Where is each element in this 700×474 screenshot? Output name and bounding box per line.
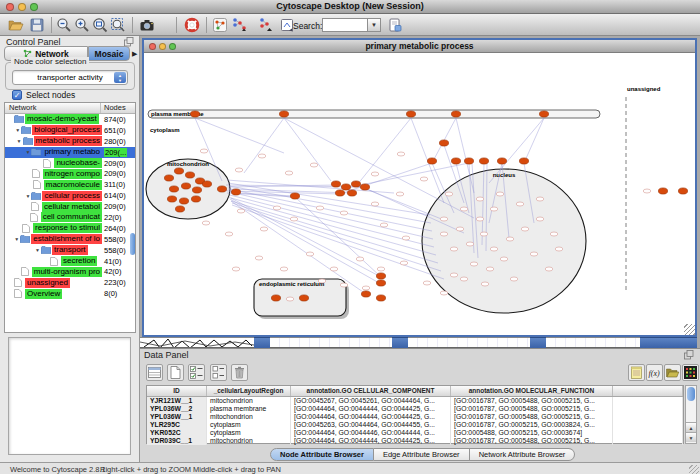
search-settings-icon[interactable] bbox=[387, 17, 403, 33]
table-column-header[interactable]: annotation.GO MOLECULAR_FUNCTION bbox=[451, 386, 613, 396]
graph-node[interactable] bbox=[181, 183, 190, 189]
table-row[interactable]: YKR052Ccytoplasm[GO:0044464, GO:0044446,… bbox=[147, 429, 683, 437]
graph-node[interactable] bbox=[175, 206, 184, 212]
graph-node[interactable] bbox=[539, 111, 548, 117]
help-lifering-icon[interactable] bbox=[184, 17, 200, 33]
background-window-fragment[interactable] bbox=[140, 337, 254, 348]
scroll-up-arrow-icon[interactable]: ▲ bbox=[686, 422, 696, 432]
compartment-plasma-membrane[interactable] bbox=[148, 110, 600, 118]
network-tree-row[interactable]: Overview8(0) bbox=[5, 288, 135, 299]
background-window-fragment[interactable] bbox=[270, 337, 392, 348]
network-tree-row[interactable]: cellular metabol209(0) bbox=[5, 201, 135, 212]
network-tree-row[interactable]: mosaic-demo-yeast874(0) bbox=[5, 114, 135, 125]
table-row[interactable]: YJR121W__1mitochondrion[GO:0045267, GO:0… bbox=[147, 397, 683, 405]
table-row[interactable]: YPL036W__2plasma membrane[GO:0044464, GO… bbox=[147, 405, 683, 413]
graph-node[interactable] bbox=[427, 158, 436, 164]
graph-node[interactable] bbox=[290, 193, 299, 199]
background-window-fragment[interactable] bbox=[546, 337, 640, 348]
graph-node[interactable] bbox=[497, 158, 506, 164]
node-color-dropdown[interactable]: transporter activity ▲▼ bbox=[12, 70, 128, 85]
background-window-fragment[interactable] bbox=[408, 337, 530, 348]
network-tree-row[interactable]: ▼transport558(0) bbox=[5, 245, 135, 256]
network-tree-row[interactable]: cell communicat22(0) bbox=[5, 212, 135, 223]
graph-node[interactable] bbox=[451, 111, 460, 117]
graph-node[interactable] bbox=[185, 172, 194, 178]
graph-node[interactable] bbox=[658, 188, 667, 194]
background-window-fragment[interactable] bbox=[392, 337, 408, 348]
graph-node[interactable] bbox=[331, 181, 340, 187]
tree-expander-icon[interactable]: ▼ bbox=[16, 138, 23, 144]
graph-node[interactable] bbox=[351, 181, 360, 187]
network-tree-row[interactable]: macromolecule311(0) bbox=[5, 179, 135, 190]
scrollbar-thumb[interactable] bbox=[687, 387, 695, 401]
graph-node[interactable] bbox=[341, 184, 350, 190]
network-icon[interactable] bbox=[212, 17, 228, 33]
tab-overflow-arrow-icon[interactable]: ▶ bbox=[132, 50, 137, 58]
table-mode-icon[interactable] bbox=[146, 364, 163, 381]
birds-eye-view[interactable] bbox=[8, 337, 131, 455]
table-row[interactable]: YLR295Ccytoplasm[GO:0045263, GO:0044464,… bbox=[147, 421, 683, 429]
graph-node[interactable] bbox=[335, 190, 344, 196]
graph-node[interactable] bbox=[464, 158, 473, 164]
open-icon[interactable] bbox=[8, 17, 24, 33]
graph-node[interactable] bbox=[164, 175, 173, 181]
zoom-fit-icon[interactable] bbox=[92, 17, 108, 33]
network-tree-row[interactable]: ▼biological_process651(0) bbox=[5, 125, 135, 136]
scroll-down-arrow-icon[interactable]: ▼ bbox=[686, 432, 696, 442]
graph-node[interactable] bbox=[179, 198, 188, 204]
float-panel-icon[interactable] bbox=[684, 350, 694, 360]
zoom-out-icon[interactable] bbox=[56, 17, 72, 33]
graph-node[interactable] bbox=[360, 184, 369, 190]
table-row[interactable]: YPL036W__1mitochondrion[GO:0044464, GO:0… bbox=[147, 413, 683, 421]
graph-node[interactable] bbox=[519, 158, 528, 164]
tab-node-attribute-browser[interactable]: Node Attribute Browser bbox=[270, 448, 374, 461]
new-attribute-icon[interactable] bbox=[167, 364, 184, 381]
network-tree-row[interactable]: response to stimul264(0) bbox=[5, 223, 135, 234]
graph-node[interactable] bbox=[451, 158, 460, 164]
graph-node[interactable] bbox=[361, 291, 370, 297]
network-tree-row[interactable]: secretion41(0) bbox=[5, 256, 135, 267]
graph-node[interactable] bbox=[376, 273, 385, 279]
graph-node[interactable] bbox=[439, 140, 448, 146]
graph-node[interactable] bbox=[167, 196, 176, 202]
graph-node[interactable] bbox=[299, 295, 308, 301]
graph-node[interactable] bbox=[191, 196, 200, 202]
graph-node[interactable] bbox=[406, 111, 415, 117]
network-tree-row[interactable]: unassigned223(0) bbox=[5, 277, 135, 288]
notepad-icon[interactable] bbox=[628, 364, 645, 381]
search-input[interactable] bbox=[322, 18, 368, 32]
network-tree-row[interactable]: nucleobase-209(0) bbox=[5, 158, 135, 169]
app-resize-grip[interactable] bbox=[689, 465, 699, 474]
graph-node[interactable] bbox=[192, 187, 201, 193]
network-canvas[interactable]: plasma membranecytoplasmmitochondrionnuc… bbox=[144, 53, 695, 335]
background-window-fragment[interactable] bbox=[640, 337, 697, 348]
graph-node[interactable] bbox=[678, 188, 687, 194]
network-tree-row[interactable]: ▼establishment of lo558(0) bbox=[5, 234, 135, 245]
matrix-icon[interactable] bbox=[682, 364, 699, 381]
tree-column-nodes[interactable]: Nodes bbox=[101, 103, 135, 113]
snapshot-camera-icon[interactable] bbox=[139, 17, 155, 33]
graph-node[interactable] bbox=[479, 158, 488, 164]
unselect-attributes-icon[interactable] bbox=[210, 364, 227, 381]
network-window-titlebar[interactable]: primary metabolic process bbox=[144, 40, 695, 53]
save-icon[interactable] bbox=[29, 17, 45, 33]
tree-expander-icon[interactable]: ▼ bbox=[13, 236, 20, 242]
network-tree-row[interactable]: multi-organism pro42(0) bbox=[5, 266, 135, 277]
graph-node[interactable] bbox=[376, 295, 385, 301]
network-tree-row[interactable]: ▼cellular process614(0) bbox=[5, 190, 135, 201]
tree-column-network[interactable]: Network bbox=[5, 103, 101, 113]
function-icon[interactable]: f(x) bbox=[646, 364, 663, 381]
edit-network-icon-1[interactable] bbox=[232, 17, 248, 33]
table-column-header[interactable]: annotation.GO CELLULAR_COMPONENT bbox=[291, 386, 451, 396]
table-row[interactable]: YDR039C__1mitochondrion[GO:0044464, GO:0… bbox=[147, 437, 683, 445]
background-window-fragment[interactable] bbox=[530, 337, 546, 348]
graph-node[interactable] bbox=[169, 186, 178, 192]
tree-expander-icon[interactable]: ▼ bbox=[34, 247, 41, 253]
tree-scrollbar-thumb[interactable] bbox=[130, 233, 135, 255]
table-scrollbar[interactable]: ▲ ▼ bbox=[685, 385, 697, 444]
search-dropdown-button[interactable]: ▼ bbox=[368, 18, 381, 32]
table-column-header[interactable]: ID bbox=[147, 386, 207, 396]
graph-node[interactable] bbox=[174, 168, 183, 174]
graph-node[interactable] bbox=[347, 190, 356, 196]
delete-attribute-icon[interactable] bbox=[231, 364, 248, 381]
